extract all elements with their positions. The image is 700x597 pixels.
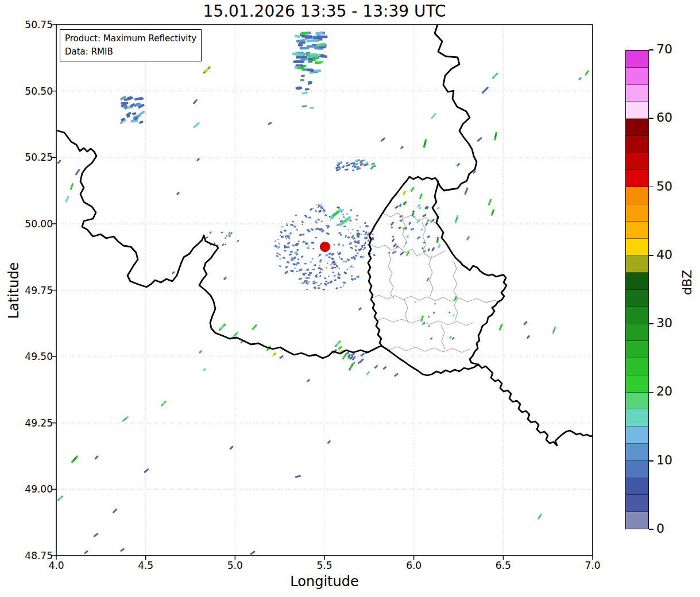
data-source-label: Data: RMIB [65, 45, 196, 59]
country-border-line [368, 177, 409, 346]
colorbar-segment [626, 409, 648, 427]
colorbar-tick-label: 20 [656, 384, 672, 398]
colorbar-segment [626, 239, 648, 256]
admin-border-line [369, 244, 445, 258]
y-tick-label: 49.00 [8, 483, 53, 495]
colorbar-tick-label: 40 [656, 247, 672, 262]
colorbar-segment [626, 170, 648, 187]
colorbar-segment [626, 375, 648, 393]
admin-border-line [453, 261, 458, 320]
colorbar-title: dBZ [680, 270, 694, 295]
colorbar-tick-mark [649, 392, 653, 393]
y-tick-label: 50.75 [8, 19, 53, 30]
admin-border-line [402, 218, 407, 248]
colorbar-segment [626, 204, 648, 222]
colorbar-tick-mark [649, 187, 653, 188]
colorbar-tick-label: 70 [656, 42, 672, 56]
product-info-box: Product: Maximum Reflectivity Data: RMIB [60, 29, 202, 61]
colorbar-tick-label: 30 [656, 316, 672, 330]
colorbar-segment [626, 461, 648, 478]
colorbar-segment [626, 85, 648, 102]
y-tick-label: 50.50 [8, 86, 53, 97]
country-border-line [478, 365, 593, 445]
colorbar-segment [626, 136, 648, 153]
colorbar-segment [626, 51, 648, 68]
colorbar-segment [626, 427, 648, 444]
y-tick-label: 49.50 [8, 351, 53, 362]
colorbar-tick-mark [649, 255, 653, 256]
colorbar-tick-mark [649, 49, 653, 51]
x-tick-label: 4.5 [126, 560, 166, 571]
colorbar-tick-label: 60 [656, 110, 672, 125]
colorbar-segment [626, 68, 648, 85]
country-border-line [435, 25, 477, 191]
colorbar-segment [626, 119, 648, 136]
country-border-line [382, 346, 478, 375]
x-tick-label: 7.0 [573, 560, 613, 571]
country-borders [56, 25, 593, 445]
colorbar-segment [626, 255, 648, 273]
x-tick-label: 5.0 [215, 560, 255, 571]
radar-echoes [57, 32, 589, 555]
admin-border-line [404, 300, 408, 322]
country-border-line [432, 181, 506, 365]
y-tick-label: 50.25 [8, 152, 53, 163]
colorbar-tick-mark [649, 460, 653, 462]
y-axis-title: Latitude [6, 262, 22, 319]
colorbar-tick-label: 10 [656, 453, 672, 467]
colorbar-segment [626, 290, 648, 307]
colorbar-tick-label: 0 [656, 521, 664, 536]
colorbar-tick-mark [649, 118, 653, 119]
colorbar-segment [626, 102, 648, 119]
colorbar-segment [626, 324, 648, 342]
colorbar-segment [626, 187, 648, 204]
admin-border-line [422, 223, 426, 250]
product-label: Product: Maximum Reflectivity [65, 32, 196, 45]
colorbar-segment [626, 153, 648, 170]
colorbar-tick-label: 50 [656, 179, 672, 193]
colorbar-segment [626, 307, 648, 324]
country-border-line [56, 130, 382, 358]
admin-border-line [388, 347, 470, 352]
colorbar-segment [626, 341, 648, 358]
x-axis-title: Longitude [56, 573, 593, 590]
colorbar-segment [626, 495, 648, 512]
admin-border-line [371, 295, 501, 303]
colorbar-segment [626, 358, 648, 375]
admin-border-line [388, 253, 394, 298]
colorbar-segment [626, 222, 648, 239]
y-tick-label: 50.00 [8, 218, 53, 230]
y-tick-label: 49.25 [8, 417, 53, 429]
colorbar-segment [626, 273, 648, 290]
colorbar-segment [626, 444, 648, 461]
colorbar-segment [626, 512, 648, 529]
country-border-line [409, 177, 438, 181]
x-tick-label: 5.5 [304, 560, 345, 571]
colorbar-segment [626, 393, 648, 410]
radar-figure: 15.01.2026 13:35 - 13:39 UTC Product: Ma… [0, 0, 700, 597]
colorbar [625, 50, 649, 529]
colorbar-tick-mark [649, 323, 653, 324]
map-plot [0, 0, 700, 597]
radar-site-marker [320, 242, 330, 252]
x-tick-label: 4.0 [36, 560, 76, 571]
x-tick-label: 6.5 [483, 560, 523, 571]
admin-border-line [441, 325, 445, 349]
x-tick-label: 6.0 [394, 560, 434, 571]
colorbar-tick-mark [649, 529, 653, 530]
colorbar-segment [626, 478, 648, 495]
